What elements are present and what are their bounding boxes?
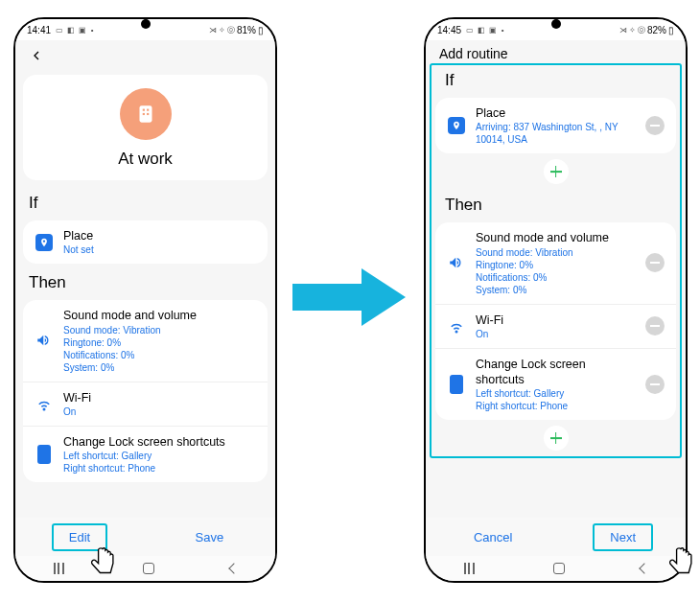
place-sub: Not set xyxy=(63,243,256,256)
remove-icon[interactable] xyxy=(645,253,665,272)
building-icon xyxy=(120,88,172,140)
battery-icon: ▯ xyxy=(668,25,674,35)
add-then-button[interactable] xyxy=(544,426,569,451)
svg-point-6 xyxy=(455,331,457,333)
place-title: Place xyxy=(63,228,256,243)
add-if-button[interactable] xyxy=(544,159,569,184)
svg-rect-3 xyxy=(142,113,144,115)
battery-icon: ▯ xyxy=(258,25,264,35)
if-label: If xyxy=(15,188,275,217)
status-time: 14:45 xyxy=(437,25,461,35)
status-battery: 82% xyxy=(647,25,666,35)
arrow-right-icon xyxy=(292,268,408,326)
phone-left: 14:41 ▭ ◧ ▣ • ⋊ ✧ ⓪ 81% ▯ At work If Pla… xyxy=(13,17,277,583)
nav-recents[interactable] xyxy=(54,563,67,574)
nav-bar xyxy=(15,556,275,581)
svg-rect-1 xyxy=(142,109,144,111)
nav-back[interactable] xyxy=(639,563,649,573)
place-sub: Arriving: 837 Washington St, , NY 10014,… xyxy=(476,121,636,146)
phone-icon xyxy=(450,375,463,394)
footer-actions: Cancel Next xyxy=(426,518,686,556)
next-button[interactable]: Next xyxy=(593,523,653,551)
back-button[interactable] xyxy=(15,40,275,67)
status-battery: 81% xyxy=(237,25,256,35)
wifi-icon xyxy=(35,395,54,412)
remove-icon[interactable] xyxy=(645,375,665,394)
then-card: Sound mode and volume Sound mode: Vibrat… xyxy=(435,222,676,420)
lock-title: Change Lock screen shortcuts xyxy=(63,434,256,450)
screen: Add routine If Place Arriving: 837 Washi… xyxy=(426,40,686,556)
phone-right: 14:45 ▭ ◧ ▣ • ⋊ ✧ ⓪ 82% ▯ Add routine If… xyxy=(424,17,688,583)
wifi-icon xyxy=(447,317,466,335)
if-card[interactable]: Place Not set xyxy=(23,220,268,264)
svg-point-5 xyxy=(43,408,45,410)
remove-icon[interactable] xyxy=(645,316,665,336)
edit-button[interactable]: Edit xyxy=(52,523,107,551)
sound-icon xyxy=(35,332,54,349)
status-sys-icons: ⋊ ✧ ⓪ xyxy=(209,25,235,35)
save-button[interactable]: Save xyxy=(180,525,240,549)
sound-icon xyxy=(447,254,466,271)
wifi-row[interactable]: Wi-Fi On xyxy=(435,304,676,348)
lock-row[interactable]: Change Lock screen shortcuts Left shortc… xyxy=(23,426,268,482)
header-title: Add routine xyxy=(426,40,686,63)
cancel-button[interactable]: Cancel xyxy=(458,525,527,549)
footer-actions: Edit Save xyxy=(15,518,275,556)
routine-title: At work xyxy=(23,150,268,169)
phone-icon xyxy=(37,445,51,464)
then-label: Then xyxy=(432,190,680,219)
sound-title: Sound mode and volume xyxy=(476,230,636,245)
wifi-title: Wi-Fi xyxy=(476,313,636,328)
nav-bar xyxy=(426,556,686,581)
if-card[interactable]: Place Arriving: 837 Washington St, , NY … xyxy=(435,98,676,153)
svg-rect-2 xyxy=(147,109,149,111)
nav-home[interactable] xyxy=(553,563,565,574)
status-notif-icons: ▭ ◧ ▣ • xyxy=(56,26,94,35)
remove-icon[interactable] xyxy=(645,116,665,135)
status-notif-icons: ▭ ◧ ▣ • xyxy=(466,26,504,35)
sound-title: Sound mode and volume xyxy=(63,308,256,323)
routine-title-card: At work xyxy=(23,75,268,180)
status-bar: 14:45 ▭ ◧ ▣ • ⋊ ✧ ⓪ 82% ▯ xyxy=(426,19,686,40)
then-label: Then xyxy=(15,267,275,296)
content-highlighted: If Place Arriving: 837 Washington St, , … xyxy=(430,63,682,458)
nav-back[interactable] xyxy=(228,563,239,573)
status-time: 14:41 xyxy=(27,25,51,35)
wifi-row[interactable]: Wi-Fi On xyxy=(23,382,268,426)
screen: At work If Place Not set Then Sound mode… xyxy=(15,40,275,556)
place-title: Place xyxy=(476,105,636,121)
lock-row[interactable]: Change Lock screen shortcuts Left shortc… xyxy=(435,348,676,421)
svg-rect-0 xyxy=(139,105,152,122)
nav-home[interactable] xyxy=(143,563,154,574)
if-label: If xyxy=(432,65,680,94)
location-icon xyxy=(448,117,465,134)
status-sys-icons: ⋊ ✧ ⓪ xyxy=(619,25,645,35)
svg-rect-4 xyxy=(147,113,149,115)
wifi-title: Wi-Fi xyxy=(63,390,256,405)
then-card: Sound mode and volume Sound mode: Vibrat… xyxy=(23,300,268,482)
sound-row[interactable]: Sound mode and volume Sound mode: Vibrat… xyxy=(435,222,676,303)
nav-recents[interactable] xyxy=(464,563,478,574)
status-bar: 14:41 ▭ ◧ ▣ • ⋊ ✧ ⓪ 81% ▯ xyxy=(15,19,275,40)
lock-title: Change Lock screen shortcuts xyxy=(476,357,636,388)
sound-row[interactable]: Sound mode and volume Sound mode: Vibrat… xyxy=(23,300,268,381)
location-icon xyxy=(35,234,53,251)
